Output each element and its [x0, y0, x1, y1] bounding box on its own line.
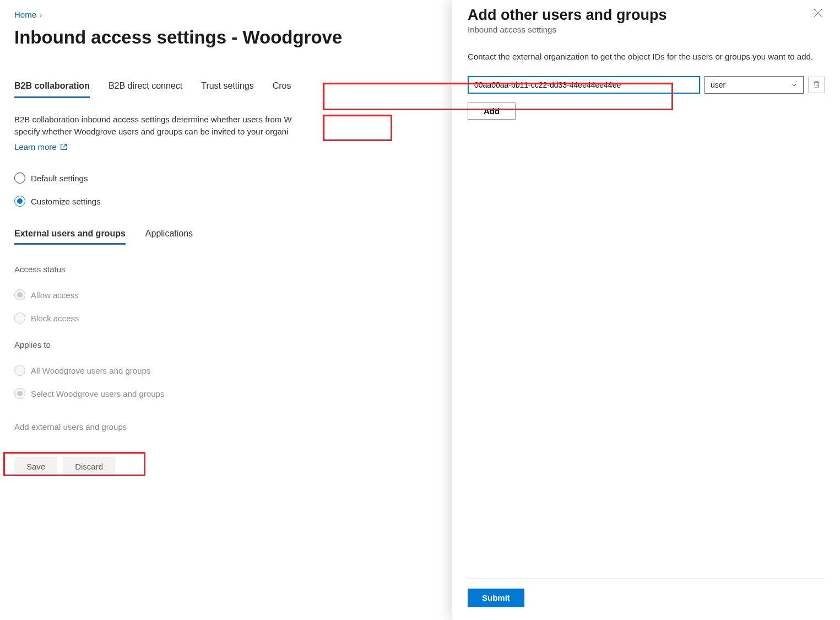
breadcrumb-home-link[interactable]: Home: [14, 10, 36, 19]
object-id-input[interactable]: [468, 76, 700, 94]
add-users-panel: Add other users and groups Inbound acces…: [452, 0, 840, 620]
chevron-right-icon: ›: [40, 10, 42, 19]
radio-label: Block access: [31, 314, 79, 323]
external-link-icon: [60, 143, 67, 150]
panel-subtitle: Inbound access settings: [468, 25, 667, 34]
object-type-select[interactable]: user: [704, 76, 804, 94]
radio-icon: [14, 365, 25, 376]
submit-button[interactable]: Submit: [468, 589, 524, 607]
tab-applications[interactable]: Applications: [145, 229, 193, 245]
radio-icon: [14, 196, 25, 207]
add-external-users-groups-link[interactable]: Add external users and groups: [14, 422, 127, 432]
description-text: B2B collaboration inbound access setting…: [14, 114, 455, 153]
panel-description: Contact the external organization to get…: [468, 51, 825, 63]
tab-b2b-collaboration[interactable]: B2B collaboration: [14, 81, 90, 98]
radio-icon: [14, 312, 25, 324]
tab-b2b-direct-connect[interactable]: B2B direct connect: [109, 81, 182, 98]
close-icon[interactable]: [811, 7, 825, 20]
radio-label: Allow access: [31, 290, 79, 300]
panel-footer: Submit: [468, 578, 825, 620]
tab-cross-tenant[interactable]: Cros: [273, 81, 291, 98]
discard-button[interactable]: Discard: [63, 457, 115, 476]
radio-label: Select Woodgrove users and groups: [31, 389, 164, 398]
learn-more-label: Learn more: [14, 141, 57, 153]
radio-icon: [14, 289, 25, 300]
description-span: B2B collaboration inbound access setting…: [14, 115, 292, 136]
radio-label: Customize settings: [31, 197, 101, 206]
radio-icon: [14, 388, 25, 399]
add-button[interactable]: Add: [468, 103, 516, 120]
object-id-entry-row: user: [468, 76, 825, 94]
save-button[interactable]: Save: [14, 457, 57, 476]
learn-more-link[interactable]: Learn more: [14, 141, 67, 153]
panel-title: Add other users and groups: [468, 7, 667, 24]
radio-icon: [14, 172, 25, 184]
delete-entry-button[interactable]: [808, 77, 825, 93]
radio-label: All Woodgrove users and groups: [31, 366, 150, 375]
panel-header: Add other users and groups Inbound acces…: [468, 7, 825, 51]
trash-icon: [812, 80, 821, 89]
select-value: user: [711, 80, 725, 89]
chevron-down-icon: [791, 82, 798, 88]
radio-label: Default settings: [31, 174, 88, 183]
tab-trust-settings[interactable]: Trust settings: [201, 81, 253, 98]
tab-external-users-groups[interactable]: External users and groups: [14, 229, 126, 245]
